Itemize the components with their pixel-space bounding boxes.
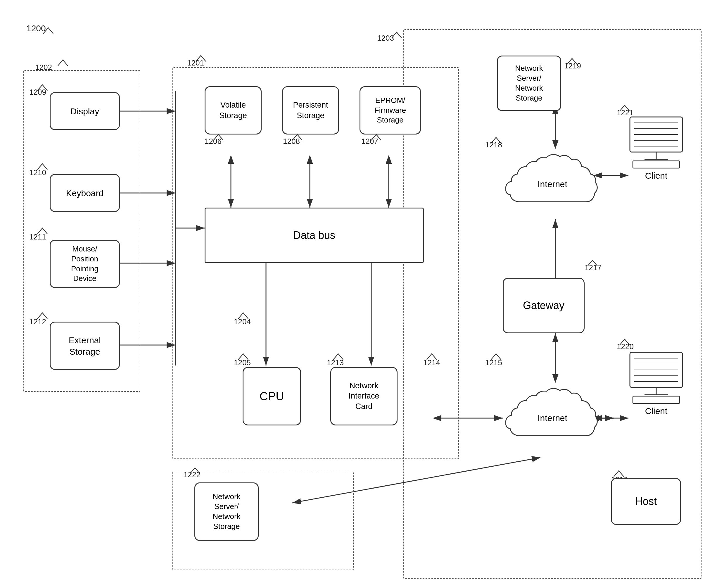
ref-1211: 1211 <box>29 232 46 241</box>
ref-1215: 1215 <box>485 358 502 367</box>
client-top: Client <box>624 114 688 172</box>
nic-box: Network Interface Card <box>330 367 397 425</box>
ref-1213: 1213 <box>327 358 344 367</box>
ref-1201: 1201 <box>187 59 204 67</box>
ref-1219: 1219 <box>564 61 581 70</box>
ref-1204: 1204 <box>234 317 251 326</box>
ref-1214: 1214 <box>423 358 440 367</box>
internet-bottom-cloud: Internet <box>503 377 602 459</box>
svg-rect-39 <box>633 396 679 403</box>
data-bus-box: Data bus <box>204 208 424 263</box>
ref-1218: 1218 <box>485 140 502 149</box>
volatile-storage-box: Volatile Storage <box>204 86 262 134</box>
gateway-box: Gateway <box>503 278 585 333</box>
client-bottom: Client <box>624 350 688 408</box>
ref-1205: 1205 <box>234 358 251 367</box>
cpu-box: CPU <box>243 367 301 425</box>
ref-1222: 1222 <box>183 470 200 479</box>
ref-1206: 1206 <box>204 137 221 146</box>
diagram: 1200 1202 1201 1203 1209 1210 1211 1212 … <box>0 0 717 588</box>
svg-rect-30 <box>633 161 679 168</box>
network-server-top-box: Network Server/ Network Storage <box>497 56 561 111</box>
ref-1208: 1208 <box>283 137 300 146</box>
ref-1217: 1217 <box>585 263 602 272</box>
mouse-box: Mouse/ Position Pointing Device <box>50 240 120 288</box>
persistent-storage-box: Persistent Storage <box>282 86 339 134</box>
ref-1200: 1200 <box>26 23 46 33</box>
ref-1210: 1210 <box>29 168 46 177</box>
network-server-bottom-box: Network Server/ Network Storage <box>194 482 259 541</box>
ref-1203: 1203 <box>377 34 394 43</box>
internet-top-cloud: Internet <box>503 143 602 225</box>
ref-1209: 1209 <box>29 88 46 97</box>
ref-1212: 1212 <box>29 317 46 326</box>
host-box: Host <box>611 478 681 525</box>
ref-1207: 1207 <box>361 137 378 146</box>
external-storage-box: External Storage <box>50 322 120 370</box>
ref-1202: 1202 <box>35 63 52 72</box>
display-box: Display <box>50 92 120 130</box>
eprom-box: EPROM/ Firmware Storage <box>360 86 421 134</box>
keyboard-box: Keyboard <box>50 174 120 212</box>
